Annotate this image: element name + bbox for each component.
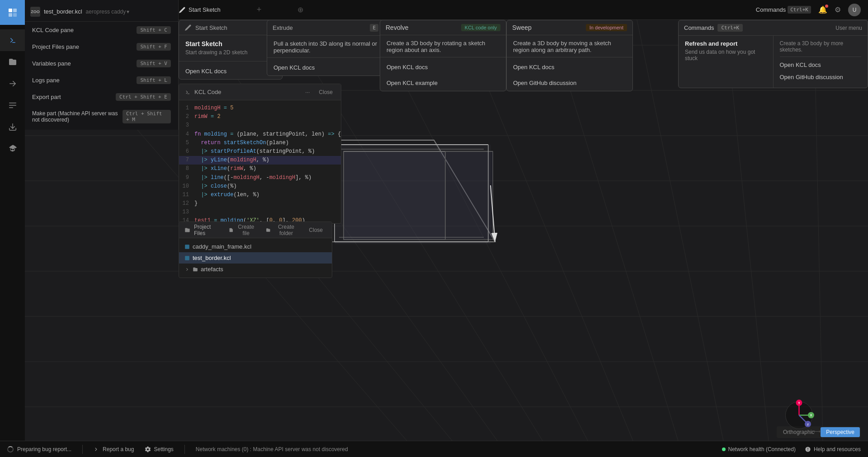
shortcut-project-files[interactable]: Project Files pane Shift + F [25, 38, 178, 55]
toolbar-plus[interactable]: + [257, 5, 262, 14]
user-menu-label[interactable]: User menu [835, 25, 862, 31]
code-line-3: 3 [179, 121, 341, 130]
perspective-btn[interactable]: Perspective [821, 427, 860, 437]
pencil-icon [179, 6, 186, 14]
app-logo[interactable] [0, 0, 25, 25]
folder-item-artefacts[interactable]: artefacts [179, 264, 332, 275]
commands-kbd: Ctrl+K [717, 24, 743, 32]
svg-rect-38 [185, 245, 189, 249]
kcl-pane-more[interactable]: ··· [302, 88, 312, 96]
file-item-caddy[interactable]: caddy_main_frame.kcl [179, 241, 332, 252]
notification-bell[interactable]: 🔔 [818, 5, 827, 14]
shortcut-logs[interactable]: Logs pane Shift + L [25, 72, 178, 89]
status-separator-1 [82, 445, 83, 454]
shortcut-kcl-code[interactable]: KCL Code pane Shift + C [25, 22, 178, 38]
code-line-8: 8 |> xLine(rimW, %) [179, 165, 341, 173]
kcl-pane-titlebar: KCL Code ··· Close [179, 84, 341, 100]
viewport-gizmo[interactable]: Y X Z [782, 398, 816, 432]
refresh-report-desc: Send us data on how you got stuck [685, 49, 767, 61]
menu-revolve: Revolve KCL code only Create a 3D body b… [380, 20, 506, 91]
revolve-open-docs[interactable]: Open KCL docs [380, 59, 506, 75]
project-files-pane: Project Files Create file Create folder … [179, 221, 332, 278]
bottom-status-bar: Preparing bug report... Report a bug Set… [0, 441, 868, 457]
sidebar-item-kcl-code[interactable] [0, 29, 25, 51]
project-files-titlebar: Project Files Create file Create folder … [179, 222, 332, 238]
sidebar-item-variables[interactable] [0, 73, 25, 94]
menu-commands: Commands Ctrl+K User menu Refresh and re… [678, 20, 868, 88]
toolbar-start-sketch[interactable]: Start Sketch [179, 6, 221, 14]
sidebar-item-export[interactable] [0, 116, 25, 138]
svg-rect-35 [13, 9, 17, 12]
code-editor[interactable]: 1 moldingH = 5 2 rimW = 2 3 4 fn molding… [179, 100, 341, 223]
user-open-github[interactable]: Open GitHub discussion [780, 71, 862, 83]
file-project: aeropress caddy ▾ [86, 9, 130, 15]
kcl-pane-actions: ··· Close [302, 88, 335, 96]
menu-extrude-header: Extrude E [267, 20, 384, 36]
user-menu-desc: Create a 3D body by more sketches. [780, 40, 862, 53]
logs-icon [8, 101, 17, 110]
commands-shortcut: Ctrl+K [788, 6, 811, 14]
sweep-open-docs[interactable]: Open KCL docs [507, 59, 632, 75]
commands-button[interactable]: Commands Ctrl+K [756, 6, 811, 14]
code-line-4: 4 fn molding = (plane, startingPoint, le… [179, 130, 341, 139]
folder-closed-icon [193, 267, 198, 272]
code-line-1: 1 moldingH = 5 [179, 104, 341, 113]
zoom-icon [805, 428, 811, 434]
revolve-open-example[interactable]: Open KCL example [380, 75, 506, 91]
create-folder-btn[interactable]: Create folder [262, 222, 303, 238]
shortcut-export[interactable]: Export part Ctrl + Shift + E [25, 89, 178, 105]
settings-btn[interactable]: Settings [145, 446, 173, 452]
user-open-docs[interactable]: Open KCL docs [780, 59, 862, 71]
user-avatar[interactable]: U [848, 4, 861, 16]
network-health-btn[interactable]: Network health (Connected) [722, 446, 796, 452]
menu-extrude: Extrude E Pull a sketch into 3D along it… [267, 20, 384, 76]
sweep-open-github[interactable]: Open GitHub discussion [507, 75, 632, 91]
kcl-file-icon-2 [184, 255, 190, 261]
svg-rect-34 [9, 9, 12, 12]
folder-icon [8, 57, 17, 66]
svg-rect-36 [9, 13, 12, 17]
file-name: test_border.kcl [44, 8, 82, 15]
code-line-9: 9 |> line([-moldingH, -moldingH], %) [179, 174, 341, 182]
code-line-12: 12 } [179, 199, 341, 208]
sidebar-item-make[interactable] [0, 138, 25, 160]
network-health-dot [722, 448, 726, 451]
svg-text:X: X [810, 414, 812, 417]
svg-text:Z: Z [807, 423, 809, 426]
code-line-7: 7 |> yLine(moldingH, %) [179, 156, 341, 165]
create-file-icon [229, 227, 233, 233]
create-folder-icon [266, 227, 271, 233]
export-icon [8, 122, 17, 132]
left-sidebar [0, 0, 25, 457]
svg-rect-37 [13, 13, 17, 17]
sidebar-item-project-files[interactable] [0, 51, 25, 73]
report-bug-btn[interactable]: Report a bug [94, 446, 134, 452]
kcl-code-pane: KCL Code ··· Close 1 moldingH = 5 2 rimW… [179, 84, 341, 224]
open-kcl-docs-extrude[interactable]: Open KCL docs [267, 60, 384, 75]
revolve-tag: KCL code only [461, 24, 500, 31]
sidebar-nav [0, 29, 25, 160]
menu-sweep: Sweep In development Create a 3D body by… [506, 20, 633, 91]
3d-shape [335, 145, 495, 242]
refresh-report-title[interactable]: Refresh and report [685, 40, 767, 47]
network-machines[interactable]: Network machines (0) : Machine API serve… [196, 446, 348, 452]
code-pane-icon [184, 89, 191, 95]
pane-shortcuts-panel: ZOO test_border.kcl aeropress caddy ▾ KC… [25, 0, 179, 130]
code-line-11: 11 |> extrude(len, %) [179, 191, 341, 199]
svg-rect-39 [185, 256, 189, 260]
sidebar-item-logs[interactable] [0, 94, 25, 116]
project-files-close-btn[interactable]: Close [305, 226, 326, 235]
shortcut-variables[interactable]: Variables pane Shift + V [25, 55, 178, 72]
code-line-6: 6 |> startProfileAt(startingPoint, %) [179, 147, 341, 156]
settings-gear[interactable]: ⚙ [835, 5, 841, 14]
code-line-13: 13 [179, 208, 341, 217]
shortcut-make[interactable]: Make part (Machine API server was not di… [25, 105, 178, 128]
notification-dot [825, 5, 828, 8]
create-file-btn[interactable]: Create file [225, 222, 260, 238]
top-toolbar: Start Sketch + ⊕ Commands Ctrl+K 🔔 ⚙ U [179, 0, 868, 20]
file-item-test-border[interactable]: test_border.kcl [179, 252, 332, 264]
svg-marker-24 [445, 151, 493, 240]
kcl-pane-close[interactable]: Close [316, 88, 335, 96]
help-resources-btn[interactable]: Help and resources [805, 446, 861, 452]
code-line-10: 10 |> close(%) [179, 182, 341, 191]
